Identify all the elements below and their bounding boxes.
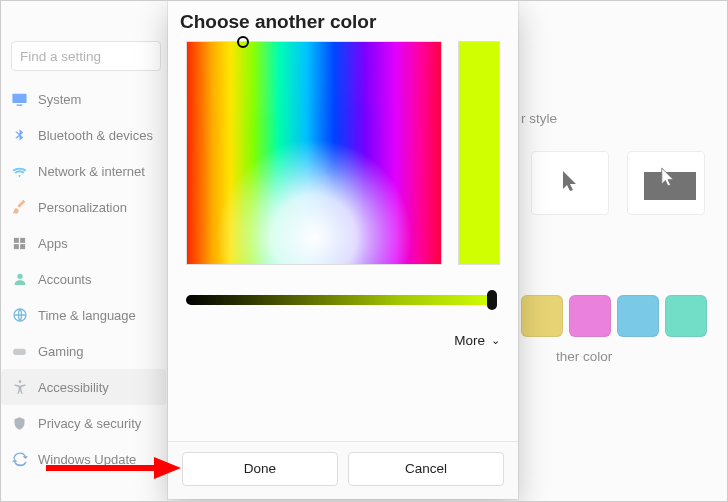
- done-button[interactable]: Done: [182, 452, 338, 486]
- cursor-icon: [660, 166, 676, 193]
- svg-rect-1: [17, 104, 23, 105]
- sidebar-item-privacy[interactable]: Privacy & security: [1, 405, 166, 441]
- pointer-style-heading-fragment: r style: [521, 111, 557, 126]
- svg-rect-3: [20, 237, 25, 242]
- svg-rect-8: [13, 348, 26, 354]
- sidebar-item-label: Accessibility: [38, 380, 109, 395]
- chevron-down-icon: ⌄: [491, 334, 500, 347]
- sidebar-item-wu[interactable]: Windows Update: [1, 441, 166, 477]
- color-picker-canvas[interactable]: [186, 41, 442, 265]
- grid-icon: [11, 235, 28, 252]
- sidebar-item-bluetooth[interactable]: Bluetooth & devices: [1, 117, 166, 153]
- sidebar-item-label: Privacy & security: [38, 416, 141, 431]
- globe-icon: [11, 307, 28, 324]
- sidebar-item-accounts[interactable]: Accounts: [1, 261, 166, 297]
- mosaic-overlay: [187, 42, 441, 264]
- done-button-label: Done: [244, 461, 276, 476]
- svg-rect-4: [14, 244, 19, 249]
- dialog-footer: Done Cancel: [168, 441, 518, 499]
- sidebar-item-label: Personalization: [38, 200, 127, 215]
- wifi-icon: [11, 163, 28, 180]
- search-input[interactable]: [11, 41, 161, 71]
- color-swatch[interactable]: [617, 295, 659, 337]
- svg-point-9: [18, 380, 21, 383]
- person-icon: [11, 271, 28, 288]
- svg-rect-2: [14, 237, 19, 242]
- more-label: More: [454, 333, 485, 348]
- svg-point-6: [17, 274, 22, 279]
- pointer-style-cards: [531, 151, 705, 215]
- sidebar-item-label: Time & language: [38, 308, 136, 323]
- gamepad-icon: [11, 343, 28, 360]
- color-swatch[interactable]: [569, 295, 611, 337]
- value-slider[interactable]: [186, 295, 493, 305]
- sidebar-item-system[interactable]: System: [1, 81, 166, 117]
- color-preview-column: [458, 41, 500, 265]
- cancel-button[interactable]: Cancel: [348, 452, 504, 486]
- sidebar-item-network[interactable]: Network & internet: [1, 153, 166, 189]
- brush-icon: [11, 199, 28, 216]
- color-swatch[interactable]: [521, 295, 563, 337]
- sidebar-item-label: Network & internet: [38, 164, 145, 179]
- pointer-style-card-inverted[interactable]: [627, 151, 705, 215]
- bluetooth-icon: [11, 127, 28, 144]
- pointer-style-card-black[interactable]: [531, 151, 609, 215]
- sidebar-item-label: Bluetooth & devices: [38, 128, 153, 143]
- sidebar-item-label: Gaming: [38, 344, 84, 359]
- choose-another-color-fragment: ther color: [556, 349, 612, 364]
- color-swatch[interactable]: [665, 295, 707, 337]
- sidebar-item-accessibility[interactable]: Accessibility: [1, 369, 166, 405]
- sync-icon: [11, 451, 28, 468]
- sidebar-item-gaming[interactable]: Gaming: [1, 333, 166, 369]
- sidebar-item-label: Windows Update: [38, 452, 136, 467]
- sidebar-item-label: System: [38, 92, 81, 107]
- svg-rect-0: [12, 93, 26, 102]
- value-slider-thumb[interactable]: [487, 290, 497, 310]
- cursor-icon: [561, 169, 579, 198]
- more-expander[interactable]: More ⌄: [186, 333, 500, 348]
- color-picker-dialog: Choose another color More ⌄ Done Cancel: [168, 1, 518, 499]
- recommended-colors: [521, 295, 707, 337]
- dialog-title: Choose another color: [168, 1, 518, 41]
- sidebar-item-apps[interactable]: Apps: [1, 225, 166, 261]
- sidebar-item-label: Apps: [38, 236, 68, 251]
- accessibility-icon: [11, 379, 28, 396]
- sidebar-item-timelang[interactable]: Time & language: [1, 297, 166, 333]
- monitor-icon: [11, 91, 28, 108]
- svg-rect-5: [20, 244, 25, 249]
- shield-icon: [11, 415, 28, 432]
- sidebar-nav: System Bluetooth & devices Network & int…: [1, 81, 166, 477]
- sidebar-item-label: Accounts: [38, 272, 91, 287]
- cancel-button-label: Cancel: [405, 461, 447, 476]
- sidebar-item-personalization[interactable]: Personalization: [1, 189, 166, 225]
- color-picker-selector-ring[interactable]: [237, 36, 249, 48]
